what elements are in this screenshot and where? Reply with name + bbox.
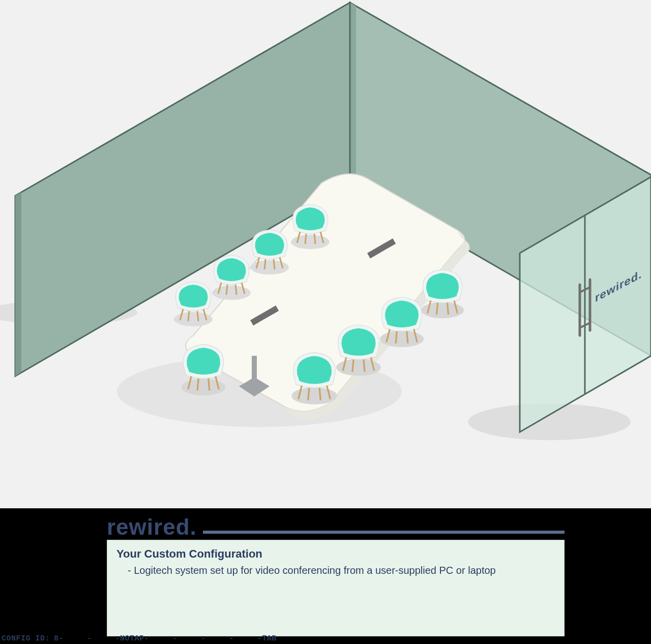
config-id-dash: - bbox=[144, 634, 150, 643]
config-id-segments: 8- - -NOTAP- - - - -TAB bbox=[54, 634, 277, 643]
svg-line-22 bbox=[264, 259, 265, 269]
brand-logo-text: rewired. bbox=[107, 514, 197, 540]
config-id-segment: NOTAP bbox=[120, 634, 144, 643]
config-id-segment bbox=[205, 634, 229, 643]
config-id-dash: - bbox=[172, 634, 177, 643]
svg-line-42 bbox=[436, 303, 437, 315]
config-id-dash: - bbox=[87, 634, 92, 643]
chair bbox=[212, 255, 251, 300]
chair bbox=[380, 297, 424, 347]
config-id-dash: - bbox=[115, 634, 121, 643]
svg-marker-3 bbox=[15, 192, 21, 376]
chair bbox=[291, 204, 330, 249]
config-id-segment bbox=[92, 634, 115, 643]
svg-line-33 bbox=[197, 311, 198, 321]
svg-line-43 bbox=[447, 303, 448, 315]
svg-line-23 bbox=[274, 259, 275, 269]
configuration-item: Logitech system set up for video confere… bbox=[116, 564, 555, 577]
configuration-items: Logitech system set up for video confere… bbox=[116, 564, 555, 577]
chair bbox=[182, 345, 225, 395]
svg-line-38 bbox=[209, 379, 210, 391]
svg-line-32 bbox=[188, 311, 189, 321]
chair bbox=[421, 270, 464, 319]
config-id-segment bbox=[234, 634, 257, 643]
svg-line-58 bbox=[319, 388, 320, 401]
config-id-segment bbox=[177, 634, 201, 643]
config-id-segment: TAB bbox=[262, 634, 277, 643]
config-id-segment bbox=[64, 634, 87, 643]
room-svg bbox=[0, 0, 651, 508]
config-id-dash: - bbox=[201, 634, 206, 643]
svg-line-47 bbox=[396, 331, 397, 344]
svg-line-37 bbox=[197, 379, 198, 391]
svg-line-53 bbox=[364, 359, 365, 372]
configuration-box: Your Custom Configuration Logitech syste… bbox=[107, 540, 565, 636]
summary-panel: rewired. Your Custom Configuration Logit… bbox=[107, 514, 565, 636]
svg-line-17 bbox=[305, 234, 306, 244]
svg-line-57 bbox=[308, 388, 309, 401]
svg-line-28 bbox=[235, 285, 236, 295]
svg-line-18 bbox=[314, 234, 315, 244]
config-id-label: CONFIG ID: bbox=[2, 634, 50, 643]
svg-line-27 bbox=[226, 285, 227, 295]
summary-panel-backdrop: rewired. Your Custom Configuration Logit… bbox=[0, 508, 651, 644]
configuration-title: Your Custom Configuration bbox=[116, 547, 555, 561]
config-id-dash: - bbox=[257, 634, 262, 643]
brand-divider bbox=[203, 531, 565, 534]
chair bbox=[291, 353, 337, 405]
chair bbox=[174, 282, 213, 326]
config-id-dash: - bbox=[229, 634, 234, 643]
config-id-dash: - bbox=[59, 634, 64, 643]
config-id-segment bbox=[149, 634, 172, 643]
config-id-segment: 8 bbox=[54, 634, 59, 643]
svg-line-48 bbox=[407, 331, 408, 344]
room-3d-viewport: rewired. bbox=[0, 0, 651, 508]
svg-marker-1 bbox=[350, 3, 356, 186]
svg-line-52 bbox=[352, 359, 353, 372]
chair bbox=[250, 230, 289, 274]
config-id-line: CONFIG ID: 8- - -NOTAP- - - - -TAB bbox=[0, 634, 277, 643]
chair bbox=[336, 325, 381, 376]
